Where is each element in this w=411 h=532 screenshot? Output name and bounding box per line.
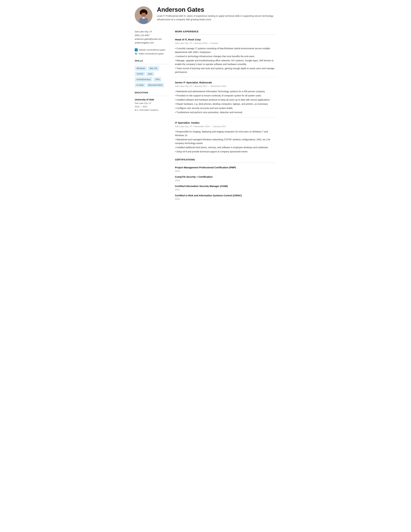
- job-bullets: • Responsible for imaging, deploying and…: [175, 130, 276, 154]
- edu-degree: B.S. Information Systems: [135, 108, 169, 112]
- work-section-title: WORK EXPERIENCE: [175, 30, 276, 33]
- cert-name: Project Management Professional Certific…: [175, 166, 276, 170]
- contact-section: Salt Lake City, UT (555) 123-4567 anders…: [135, 30, 169, 45]
- cert-entry: Certified in Risk and Information System…: [175, 194, 276, 201]
- contact-city: Salt Lake City, UT: [135, 30, 169, 34]
- cert-entry: CompTIA Security + Certification2018: [175, 175, 276, 182]
- certs-container: Project Management Professional Certific…: [175, 166, 276, 201]
- linkedin-icon: in: [135, 48, 138, 51]
- work-section: WORK EXPERIENCE Head of IT, Rock CorpSal…: [175, 30, 276, 153]
- job-entry: Senior IT Specialist, RoboscaleSalt Lake…: [175, 81, 276, 117]
- job-title: Senior IT Specialist, Roboscale: [175, 81, 276, 84]
- job-entry: Head of IT, Rock CorpSalt Lake City, UT …: [175, 38, 276, 77]
- job-bullet: • Manage, upgrade and troubleshooting of…: [175, 59, 276, 66]
- svg-point-8: [145, 11, 147, 14]
- cert-name: Certified in Risk and Information System…: [175, 194, 276, 198]
- job-bullet: • Installed additional hard drives, memo…: [175, 146, 276, 149]
- skills-title: SKILLS: [135, 59, 169, 62]
- cert-year: 2016: [175, 198, 276, 201]
- body-layout: Salt Lake City, UT (555) 123-4567 anders…: [135, 30, 276, 205]
- education-section: EDUCATION University of Utah Salt Lake C…: [135, 91, 169, 112]
- linkedin-label: linkedin.com/anderson.gates: [139, 48, 165, 51]
- cert-entry: Certified Information Security Manager (…: [175, 184, 276, 191]
- edu-years: 2010 — 2014: [135, 105, 169, 108]
- job-bullet: • Currently manage IT systems consisting…: [175, 47, 276, 54]
- job-meta: Salt Lake City, UT • January 2019 — Pres…: [175, 42, 276, 45]
- job-bullet: • Configure user security accounts and n…: [175, 106, 276, 110]
- education-entry: University of Utah Salt Lake City, UT 20…: [135, 98, 169, 112]
- job-bullets: • Currently manage IT systems consisting…: [175, 47, 276, 74]
- skill-tag: VPN: [153, 77, 161, 82]
- job-bullet: • Responsible for imaging, deploying and…: [175, 130, 276, 137]
- skill-tag: Mac OS: [148, 66, 159, 71]
- sidebar: Salt Lake City, UT (555) 123-4567 anders…: [135, 30, 169, 205]
- social-section: in linkedin.com/anderson.gates 🐦 twitter…: [135, 48, 169, 55]
- job-bullet: • Provided on-site support to ensure con…: [175, 94, 276, 97]
- skill-tag: G-Suite: [135, 83, 145, 87]
- work-divider: [175, 35, 276, 35]
- job-bullets: • Maintained and administered Informatio…: [175, 90, 276, 114]
- cert-year: 2016: [175, 188, 276, 191]
- cert-year: 2018: [175, 179, 276, 182]
- cert-entry: Project Management Professional Certific…: [175, 166, 276, 173]
- svg-point-7: [140, 11, 142, 14]
- job-bullet: • Involved in technology infrastructure …: [175, 55, 276, 58]
- candidate-name: Anderson Gates: [157, 6, 276, 13]
- skills-section: SKILLS WindowsMac OSTCP/IPDNSActiveDirec…: [135, 59, 169, 87]
- job-bullet: • Setup wi-fi and provide technical supp…: [175, 150, 276, 153]
- social-linkedin: in linkedin.com/anderson.gates: [135, 48, 169, 51]
- job-meta: Salt Lake City, UT • November 2014 — Jan…: [175, 125, 276, 128]
- cert-name: CompTIA Security + Certification: [175, 175, 276, 179]
- avatar: [135, 6, 152, 24]
- header-text: Anderson Gates Lead IT Professional with…: [157, 6, 276, 21]
- skill-tag: Microsoft Word: [146, 83, 164, 87]
- contact-phone: (555) 123-4567: [135, 34, 169, 37]
- job-entry: IT Specialist, YandexSalt Lake City, UT …: [175, 121, 276, 153]
- job-bullet: • Repair hardware, e.g. desk phones, des…: [175, 102, 276, 106]
- skill-tag: DNS: [146, 72, 154, 76]
- skills-grid: WindowsMac OSTCP/IPDNSActiveDirectoryVPN…: [135, 66, 169, 87]
- main-content: WORK EXPERIENCE Head of IT, Rock CorpSal…: [175, 30, 276, 205]
- skill-tag: Windows: [135, 66, 147, 71]
- job-bullet: • Maintained and managed Windows network…: [175, 138, 276, 145]
- job-bullet: • Installed software and hardware produc…: [175, 98, 276, 102]
- skill-tag: TCP/IP: [135, 72, 145, 76]
- contact-email: anderson.gates@ymail.com: [135, 37, 169, 41]
- job-title: IT Specialist, Yandex: [175, 121, 276, 124]
- skills-divider: [135, 64, 169, 64]
- cert-section-title: CERTIFICATIONS: [175, 158, 276, 162]
- job-meta: Salt Lake City, UT • January 2017 — Dece…: [175, 85, 276, 88]
- cert-divider: [175, 163, 276, 163]
- cert-year: 2019: [175, 170, 276, 173]
- contact-website: andersongates.com: [135, 41, 169, 45]
- edu-location: Salt Lake City, UT: [135, 102, 169, 105]
- candidate-tagline: Lead IT Professional with 5+ years of ex…: [157, 14, 276, 21]
- resume-page: Anderson Gates Lead IT Professional with…: [128, 0, 283, 215]
- job-bullet: • Maintained and administered Informatio…: [175, 90, 276, 93]
- education-title: EDUCATION: [135, 91, 169, 94]
- jobs-container: Head of IT, Rock CorpSalt Lake City, UT …: [175, 38, 276, 153]
- job-title: Head of IT, Rock Corp: [175, 38, 276, 41]
- job-bullet: • Track record of learning new tools and…: [175, 66, 276, 74]
- twitter-label: twitter.com/anderson.gates: [139, 52, 164, 55]
- twitter-icon: 🐦: [135, 52, 138, 55]
- cert-name: Certified Information Security Manager (…: [175, 184, 276, 188]
- skill-tag: ActiveDirectory: [135, 77, 152, 82]
- cert-section: CERTIFICATIONS Project Management Profes…: [175, 158, 276, 201]
- edu-school: University of Utah: [135, 98, 169, 101]
- header-section: Anderson Gates Lead IT Professional with…: [135, 6, 276, 24]
- job-bullet: • Troubleshoot and perform virus prevent…: [175, 111, 276, 114]
- social-twitter: 🐦 twitter.com/anderson.gates: [135, 52, 169, 55]
